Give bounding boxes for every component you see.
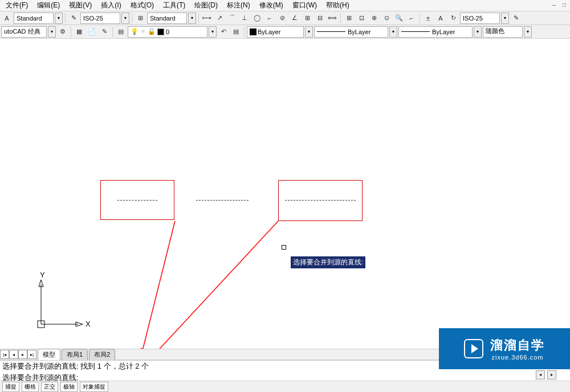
layer-lock-icon: 🔓 [148, 28, 156, 35]
layer-name: 0 [166, 28, 169, 35]
dimstyle-combo[interactable] [80, 13, 120, 24]
dim-arc-icon[interactable]: ⌒ [226, 13, 238, 24]
dimstyle2-combo[interactable] [460, 13, 500, 24]
dimstyle-icon[interactable]: ✎ [68, 13, 79, 24]
play-icon [464, 339, 483, 358]
scroll-left-icon[interactable]: ◂ [536, 370, 545, 379]
dim-diameter-icon[interactable]: ⊘ [276, 13, 288, 24]
workspace-combo[interactable] [1, 26, 47, 38]
ucs-icon: Y X [35, 273, 92, 337]
lineweight-label: ByLayer [432, 28, 455, 35]
tab-nav: |◂ ◂ ▸ ▸| [0, 350, 36, 359]
menu-file[interactable]: 文件(F) [2, 0, 31, 11]
status-snap[interactable]: 捕捉 [2, 382, 19, 392]
workspace-drop-icon[interactable]: ▼ [48, 26, 56, 38]
menu-window[interactable]: 窗口(W) [289, 0, 320, 11]
tab-layout2[interactable]: 布局2 [89, 349, 115, 361]
window-controls: – □ [549, 1, 569, 9]
lineweight-preview [401, 31, 430, 32]
textstyle-combo[interactable] [14, 13, 54, 24]
toolbar-layers: ▼ ⚙ ▦ 📄 ✎ ▤ 💡 ☀ 🔓 0 ▼ ↶ ▤ ByLayer ▼ ByLa… [0, 25, 570, 39]
dimstyle-drop-icon[interactable]: ▼ [121, 13, 129, 24]
layer-drop-icon[interactable]: ▼ [209, 26, 217, 38]
menu-draw[interactable]: 绘图(D) [191, 0, 221, 11]
color-swatch [250, 28, 256, 35]
color-combo[interactable]: ByLayer [247, 26, 304, 38]
status-osnap[interactable]: 对象捕捉 [80, 382, 108, 392]
dim-continue-icon[interactable]: ⟺ [327, 13, 338, 24]
dim-ordinate-icon[interactable]: ⊥ [239, 13, 250, 24]
dim-radius-icon[interactable]: ◯ [251, 13, 263, 24]
tolerance-icon[interactable]: ⊕ [368, 13, 380, 24]
color-label: ByLayer [258, 28, 280, 35]
dimstyle2-drop-icon[interactable]: ▼ [501, 13, 509, 24]
dim-linear-icon[interactable]: ⟼ [201, 13, 213, 24]
scroll-right-icon[interactable]: ▸ [547, 370, 556, 379]
menu-help[interactable]: 帮助(H) [323, 0, 353, 11]
selection-rect-right [278, 180, 363, 221]
dim-jogged-icon[interactable]: ⌐ [264, 13, 275, 24]
ucs-y-label: Y [40, 271, 45, 279]
status-polar[interactable]: 极轴 [60, 382, 78, 392]
menu-format[interactable]: 格式(O) [127, 0, 157, 11]
toolpalettes-icon[interactable]: ▦ [74, 26, 85, 38]
color-drop-icon[interactable]: ▼ [305, 26, 313, 38]
textstyle-drop-icon[interactable]: ▼ [55, 13, 63, 24]
layer-combo[interactable]: 💡 ☀ 🔓 0 [128, 26, 207, 38]
dimstyle-manager-icon[interactable]: ✎ [510, 13, 522, 24]
layer-states-icon[interactable]: ▤ [230, 26, 242, 38]
textstyle-icon[interactable]: A [1, 13, 13, 24]
menu-insert[interactable]: 插入(I) [97, 0, 124, 11]
workspace-settings-icon[interactable]: ⚙ [57, 26, 68, 38]
sheetset-icon[interactable]: 📄 [86, 26, 97, 38]
dim-aligned-icon[interactable]: ↗ [214, 13, 225, 24]
dim-jog-line-icon[interactable]: ⌐ [406, 13, 417, 24]
dim-break-icon[interactable]: ⊡ [356, 13, 367, 24]
centermark-icon[interactable]: ⊙ [381, 13, 392, 24]
tablestyle-drop-icon[interactable]: ▼ [188, 13, 196, 24]
layer-manager-icon[interactable]: ▤ [115, 26, 127, 38]
menu-dimension[interactable]: 标注(N) [223, 0, 254, 11]
markup-icon[interactable]: ✎ [99, 26, 110, 38]
status-ortho[interactable]: 正交 [41, 382, 58, 392]
menu-tools[interactable]: 工具(T) [160, 0, 189, 11]
lineweight-combo[interactable]: ByLayer [398, 26, 473, 38]
minimize-icon[interactable]: – [549, 1, 559, 9]
layer-color-swatch [157, 28, 164, 35]
tab-layout1[interactable]: 布局1 [62, 349, 88, 361]
menu-view[interactable]: 视图(V) [66, 0, 95, 11]
layer-previous-icon[interactable]: ↶ [218, 26, 229, 38]
menu-modify[interactable]: 修改(M) [256, 0, 287, 11]
restore-icon[interactable]: □ [560, 1, 569, 9]
dim-tedit-icon[interactable]: A [435, 13, 446, 24]
tab-first-icon[interactable]: |◂ [0, 350, 9, 359]
tablestyle-icon[interactable]: ⊞ [135, 13, 146, 24]
watermark-title: 溜溜自学 [490, 337, 545, 354]
toolbar-styles: A ▼ ✎ ▼ ⊞ ▼ ⟼ ↗ ⌒ ⊥ ◯ ⌐ ⊘ ∠ ⊞ ⊟ ⟺ ⊞ ⊡ ⊕ … [0, 11, 570, 25]
lineweight-drop-icon[interactable]: ▼ [474, 26, 482, 38]
dim-update-icon[interactable]: ↻ [447, 13, 459, 24]
dim-quick-icon[interactable]: ⊞ [302, 13, 313, 24]
dim-space-icon[interactable]: ⊞ [343, 13, 355, 24]
tab-prev-icon[interactable]: ◂ [9, 350, 18, 359]
tab-model[interactable]: 模型 [38, 349, 60, 361]
menu-edit[interactable]: 编辑(E) [34, 0, 63, 11]
tab-next-icon[interactable]: ▸ [18, 350, 27, 359]
linetype-drop-icon[interactable]: ▼ [389, 26, 397, 38]
svg-line-1 [154, 221, 278, 349]
entity-line-2 [196, 200, 249, 201]
status-bar: 捕捉 栅格 正交 极轴 对象捕捉 [0, 381, 570, 392]
inspect-icon[interactable]: 🔍 [393, 13, 405, 24]
tab-last-icon[interactable]: ▸| [27, 350, 36, 359]
plotstyle-combo[interactable]: 随颜色 [483, 26, 523, 38]
svg-line-0 [141, 221, 175, 349]
dim-edit-icon[interactable]: ± [422, 13, 434, 24]
plotstyle-drop-icon[interactable]: ▼ [524, 26, 532, 38]
dim-baseline-icon[interactable]: ⊟ [314, 13, 325, 24]
linetype-preview [317, 31, 345, 32]
drawing-area[interactable]: 选择要合并到源的直线: Y X [0, 39, 570, 349]
linetype-combo[interactable]: ByLayer [314, 26, 388, 38]
status-grid[interactable]: 栅格 [22, 382, 39, 392]
tablestyle-combo[interactable] [147, 13, 187, 24]
dim-angular-icon[interactable]: ∠ [289, 13, 300, 24]
